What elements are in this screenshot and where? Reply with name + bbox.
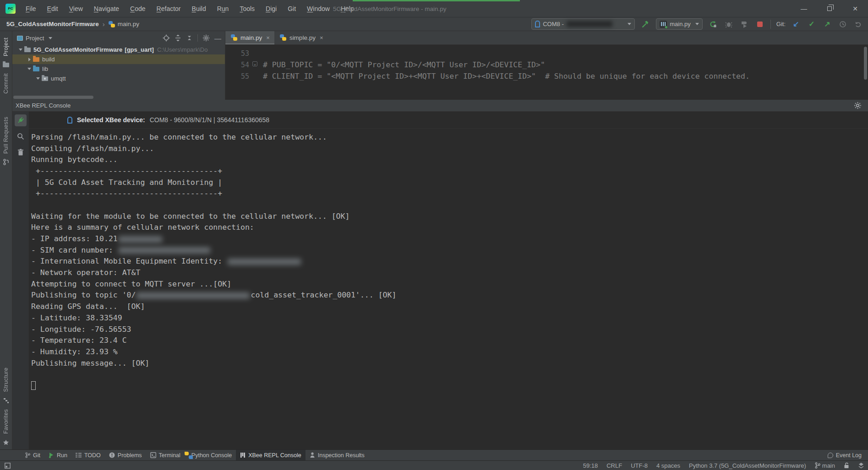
folder-icon [42,76,48,81]
device-selector[interactable]: COM8 - [531,18,635,30]
run-icon [49,452,54,458]
connect-button[interactable] [15,114,27,126]
chevron-right-icon[interactable] [26,58,33,61]
menu-navigate[interactable]: Navigate [89,3,124,14]
editor-tab-main.py[interactable]: main.py× [225,31,274,44]
tab-label: main.py [240,34,262,41]
chevron-down-icon[interactable] [34,77,42,80]
stripe-item-structure[interactable]: Structure [3,365,9,394]
debug-button[interactable] [724,19,734,29]
tree-row-lib[interactable]: lib [12,64,225,74]
stripe-item-project[interactable]: Project [3,35,9,59]
restore-button[interactable] [817,0,842,17]
toolwindow-tab-git[interactable]: Git [21,450,44,461]
event-log-button[interactable]: Event Log [828,452,868,459]
toolwindow-tab-run[interactable]: Run [44,450,71,461]
menu-window[interactable]: Window [302,3,334,14]
menu-file[interactable]: File [21,3,41,14]
toolbar-right: COM8 - main.py [531,18,863,30]
toolwindow-tab-inspection-results[interactable]: Inspection Results [306,450,369,461]
tool-window-bar: GitRunTODOProblemsTerminalPython Console… [0,449,868,460]
console-line: - Latitude: 38.33549 [31,312,868,324]
device-selector-value: COM8 - [543,21,564,27]
breadcrumb-file[interactable]: main.py [118,21,139,27]
xbee-repl-console-panel: XBee REPL Console [12,100,868,449]
toolwindow-tab-label: Problems [118,452,142,459]
stop-button[interactable] [755,19,765,29]
console-line [31,368,868,380]
console-text: Reading GPS data... [OK] [31,302,145,311]
clear-console-button[interactable] [15,146,27,158]
search-button[interactable] [15,130,27,142]
console-output[interactable]: Parsing /flash/main.py... be connected t… [29,129,868,449]
history-button[interactable] [838,19,848,29]
git-push-button[interactable]: ↗ [822,19,832,29]
toolwindow-tab-problems[interactable]: Problems [105,450,146,461]
fold-marker-icon[interactable]: ⌄ [252,61,257,66]
chevron-down-icon[interactable] [26,68,33,70]
git-branch-widget[interactable]: main [815,462,835,469]
close-tab-icon[interactable]: × [320,34,323,41]
status-item[interactable]: CRLF [606,462,622,469]
status-item[interactable]: 59:18 [583,462,598,469]
minimize-button[interactable]: — [791,0,817,17]
status-item[interactable]: UTF-8 [631,462,648,469]
status-item[interactable]: Python 3.7 (5G_ColdAssetMonitorFirmware) [689,462,806,469]
line-number: 53 [225,49,257,58]
plug-icon [15,115,26,126]
rerun-button[interactable] [708,19,718,29]
locate-file-button[interactable] [163,34,170,42]
lock-widget[interactable] [844,462,849,469]
tree-row-build[interactable]: build [12,54,225,64]
console-text: - IP address: 10.21 [31,234,118,243]
run-configuration-selector[interactable]: main.py [656,18,703,30]
project-panel-title-dropdown[interactable]: Project [17,35,52,42]
horizontal-scrollbar-thumb[interactable] [13,96,93,99]
menu-tools[interactable]: Tools [235,3,259,14]
status-item[interactable]: 4 spaces [656,462,680,469]
stripe-item-pull-requests[interactable]: Pull Requests [3,114,9,157]
stripe-item-favorites[interactable]: Favorites [3,406,9,437]
menu-build[interactable]: Build [187,3,211,14]
menu-git[interactable]: Git [283,3,300,14]
menu-view[interactable]: View [65,3,87,14]
hammer-icon [642,20,650,28]
close-tab-icon[interactable]: × [266,34,270,41]
expand-all-button[interactable] [175,34,181,42]
menu-refactor[interactable]: Refactor [152,3,186,14]
menu-edit[interactable]: Edit [43,3,63,14]
toolwindow-toggle-button[interactable] [5,463,11,469]
layers-icon [858,462,864,469]
toolwindow-tab-python-console[interactable]: Python Console [185,450,236,461]
git-commit-button[interactable]: ✓ [807,19,817,29]
stripe-item-commit[interactable]: Commit [3,70,9,97]
console-text: - Latitude: 38.33549 [31,313,122,322]
menu-digi[interactable]: Digi [261,3,281,14]
collapse-all-button[interactable] [186,34,193,42]
hide-panel-button[interactable]: — [214,34,221,42]
chevron-down-icon[interactable] [17,49,24,51]
toolwindow-tab-terminal[interactable]: Terminal [146,450,185,461]
project-settings-button[interactable] [202,34,210,42]
close-button[interactable]: ✕ [842,0,868,17]
rerun-icon [710,21,717,28]
selected-device-bar: Selected XBee device: COM8 - 9600/8/N/1/… [29,112,868,129]
tree-row-5G_ColdAssetMonitorFirmware[interactable]: 5G_ColdAssetMonitorFirmware[gps_uart]C:\… [12,45,225,54]
rollback-button[interactable] [853,19,863,29]
menu-run[interactable]: Run [213,3,234,14]
indicator-widget[interactable] [858,462,864,469]
vertical-scrollbar-thumb[interactable] [864,47,867,80]
code-viewport[interactable]: 5354⌄# PUB_TOPIC = "0/<MQTT Project ID>/… [225,45,868,100]
tree-row-umqtt[interactable]: umqtt [12,74,225,83]
build-hammer-button[interactable] [640,19,650,29]
editor-tab-simple.py[interactable]: simple.py× [274,31,328,44]
console-text: Publishing message... [OK] [31,359,149,367]
terminal-icon [150,452,156,458]
menu-code[interactable]: Code [126,3,150,14]
toolwindow-tab-xbee-repl-console[interactable]: XBee REPL Console [236,450,306,461]
git-update-button[interactable]: ↙ [791,19,801,29]
coverage-button[interactable] [739,19,749,29]
console-settings-button[interactable] [854,102,862,109]
breadcrumb-project[interactable]: 5G_ColdAssetMonitorFirmware [6,21,99,27]
toolwindow-tab-todo[interactable]: TODO [71,450,105,461]
